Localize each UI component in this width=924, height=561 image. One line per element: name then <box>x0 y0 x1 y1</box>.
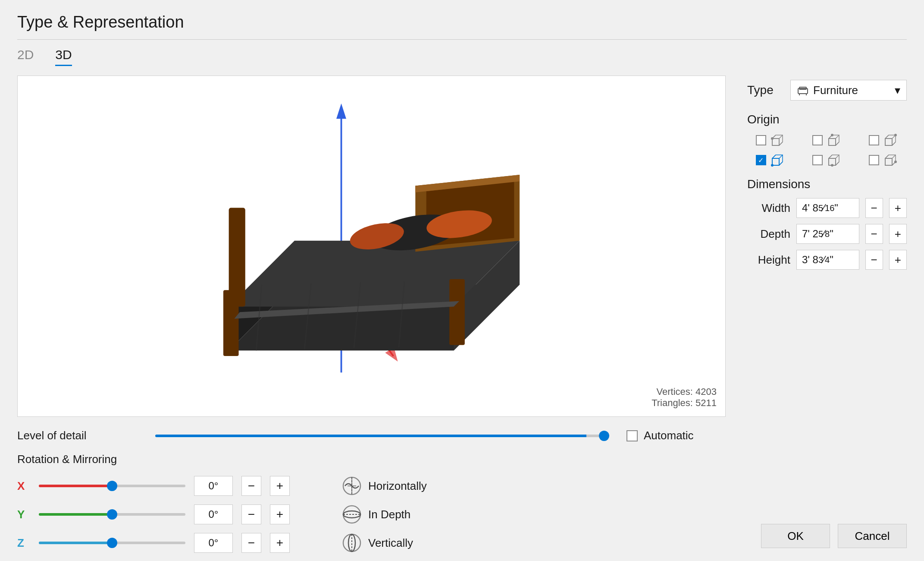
ok-button[interactable]: OK <box>761 524 830 548</box>
viewport-stats: Vertices: 4203 Triangles: 5211 <box>651 386 717 409</box>
y-decrement-btn[interactable]: − <box>241 504 261 524</box>
dimensions-section: Dimensions Width 4' 8 5⁄16" − + Depth 7'… <box>747 177 907 276</box>
mirror-vertically-icon <box>341 533 362 553</box>
origin-cell-0-2[interactable] <box>869 132 898 148</box>
svg-line-68 <box>885 155 889 158</box>
x-increment-btn[interactable]: + <box>270 476 290 496</box>
x-rotation-value[interactable]: 0° <box>194 476 233 496</box>
height-row: Height 3' 8 3⁄4" − + <box>747 250 907 270</box>
y-increment-btn[interactable]: + <box>270 504 290 524</box>
tab-bar: 2D 3D <box>17 47 907 66</box>
origin-cell-0-1[interactable] <box>812 132 842 148</box>
svg-point-41 <box>771 137 774 140</box>
y-rotation-slider[interactable] <box>39 513 185 516</box>
height-label: Height <box>747 253 790 267</box>
height-value[interactable]: 3' 8 3⁄4" <box>796 250 859 270</box>
width-value[interactable]: 4' 8 5⁄16" <box>796 198 859 218</box>
width-increment[interactable]: + <box>889 198 907 218</box>
svg-rect-36 <box>772 139 779 145</box>
triangles-value: 5211 <box>695 397 717 408</box>
origin-cube-icon <box>883 132 898 148</box>
svg-point-53 <box>894 134 897 136</box>
origin-check-0-1[interactable] <box>812 135 823 145</box>
dropdown-chevron: ▾ <box>895 84 900 97</box>
furniture-icon <box>797 84 809 96</box>
width-decrement[interactable]: − <box>865 198 883 218</box>
origin-check-1-0[interactable]: ✓ <box>756 155 766 165</box>
automatic-label: Automatic <box>644 429 694 442</box>
vertices-label: Vertices: <box>657 386 693 397</box>
origin-cube-icon <box>883 152 898 168</box>
mirror-vertically-btn[interactable]: Vertically <box>341 533 449 553</box>
z-rotation-slider[interactable] <box>39 542 185 544</box>
depth-increment[interactable]: + <box>889 224 907 244</box>
svg-point-30 <box>348 534 355 552</box>
title-divider <box>17 39 907 40</box>
svg-line-50 <box>885 135 889 139</box>
x-rotation-slider[interactable] <box>39 485 185 487</box>
z-increment-btn[interactable]: + <box>270 533 290 553</box>
svg-point-65 <box>831 164 833 167</box>
rotation-section-label: Rotation & Mirroring <box>17 453 726 466</box>
svg-point-71 <box>894 161 897 163</box>
type-dropdown[interactable]: Furniture ▾ <box>790 80 907 101</box>
width-label: Width <box>747 202 790 215</box>
svg-rect-42 <box>829 139 836 145</box>
rotation-row-x: X 0° − + <box>17 476 726 496</box>
page-title: Type & Representation <box>17 13 907 32</box>
svg-point-59 <box>771 164 774 167</box>
3d-viewport[interactable]: Vertices: 4203 Triangles: 5211 <box>17 76 726 417</box>
mirror-horizontally-btn[interactable]: Horizontally <box>341 476 449 496</box>
width-row: Width 4' 8 5⁄16" − + <box>747 198 907 218</box>
depth-label: Depth <box>747 227 790 241</box>
axis-label-y: Y <box>17 508 30 521</box>
origin-section: Origin <box>747 113 907 168</box>
bed-scene-svg <box>18 76 725 416</box>
svg-rect-54 <box>772 158 779 165</box>
z-decrement-btn[interactable]: − <box>241 533 261 553</box>
svg-line-56 <box>772 155 776 158</box>
origin-cube-icon <box>770 152 785 168</box>
origin-cell-1-2[interactable] <box>869 152 898 168</box>
triangles-label: Triangles: <box>651 397 693 408</box>
svg-rect-14 <box>223 290 239 356</box>
origin-check-1-1[interactable] <box>812 155 823 165</box>
origin-cube-icon <box>826 152 842 168</box>
height-decrement[interactable]: − <box>865 250 883 270</box>
mirror-in-depth-btn[interactable]: In Depth <box>341 504 449 525</box>
origin-cube-icon <box>826 132 842 148</box>
origin-cell-1-0[interactable]: ✓ <box>756 152 785 168</box>
lod-slider[interactable] <box>155 435 609 437</box>
origin-check-0-0[interactable] <box>756 135 766 145</box>
tab-2d[interactable]: 2D <box>17 47 34 66</box>
bottom-buttons: OK Cancel <box>747 511 907 561</box>
axis-label-x: X <box>17 479 30 493</box>
mirror-horizontally-label: Horizontally <box>368 479 427 493</box>
origin-check-1-2[interactable] <box>869 155 879 165</box>
depth-row: Depth 7' 2 5⁄8" − + <box>747 224 907 244</box>
svg-rect-48 <box>885 139 892 145</box>
origin-cell-0-0[interactable] <box>756 132 785 148</box>
tab-3d[interactable]: 3D <box>55 47 72 66</box>
origin-label: Origin <box>747 113 907 126</box>
svg-point-27 <box>343 511 360 518</box>
type-value: Furniture <box>813 84 858 97</box>
svg-point-29 <box>343 534 360 552</box>
y-rotation-value[interactable]: 0° <box>194 504 233 524</box>
automatic-checkbox[interactable] <box>626 430 638 441</box>
depth-value[interactable]: 7' 2 5⁄8" <box>796 224 859 244</box>
rotation-row-y: Y 0° − + In Depth <box>17 504 726 525</box>
depth-decrement[interactable]: − <box>865 224 883 244</box>
rotation-row-z: Z 0° − + Vertical <box>17 533 726 553</box>
mirror-in-depth-icon <box>341 504 362 525</box>
vertices-value: 4203 <box>695 386 717 397</box>
svg-line-63 <box>836 155 839 158</box>
origin-cell-1-1[interactable] <box>812 152 842 168</box>
mirror-in-depth-label: In Depth <box>368 508 410 521</box>
x-decrement-btn[interactable]: − <box>241 476 261 496</box>
z-rotation-value[interactable]: 0° <box>194 533 233 553</box>
origin-check-0-2[interactable] <box>869 135 879 145</box>
cancel-button[interactable]: Cancel <box>838 524 907 548</box>
height-increment[interactable]: + <box>889 250 907 270</box>
svg-line-45 <box>836 135 839 139</box>
